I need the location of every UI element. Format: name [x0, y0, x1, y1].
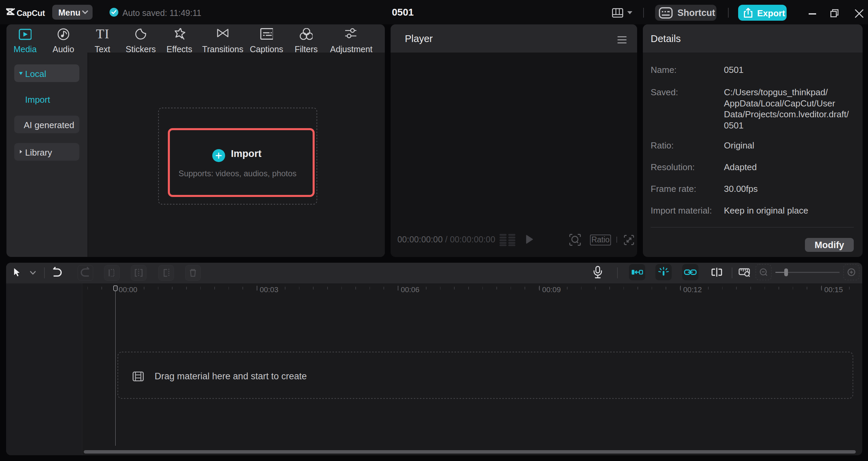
svg-text:TI: TI: [96, 28, 109, 40]
